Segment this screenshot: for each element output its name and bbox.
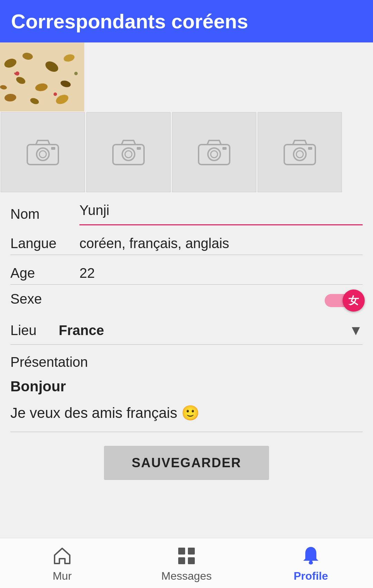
presentation-label: Présentation: [10, 354, 88, 370]
svg-rect-32: [308, 147, 312, 150]
svg-text:♥: ♥: [14, 71, 17, 76]
langue-label: Langue: [10, 236, 79, 255]
svg-point-31: [296, 151, 303, 158]
grid-icon: [175, 544, 198, 568]
form-row-lieu: Lieu France ▼: [10, 316, 363, 345]
nom-label: Nom: [10, 206, 79, 225]
svg-point-18: [37, 148, 49, 160]
form-row-age: Age 22: [10, 255, 363, 285]
main-photo[interactable]: ♥ ♥: [0, 42, 84, 111]
nav-item-messages[interactable]: Messages: [124, 538, 249, 588]
camera-icon-2: [111, 138, 146, 167]
svg-rect-24: [137, 147, 141, 150]
food-image: ♥ ♥: [0, 42, 84, 111]
svg-rect-36: [188, 557, 195, 564]
svg-point-19: [39, 151, 46, 158]
nom-input[interactable]: [79, 203, 363, 222]
svg-rect-28: [222, 147, 227, 150]
presentation-section: Présentation Bonjour Je veux des amis fr…: [0, 348, 373, 432]
photo-top-row: ♥ ♥: [0, 42, 373, 111]
svg-rect-34: [188, 548, 195, 555]
dropdown-arrow-icon[interactable]: ▼: [349, 323, 363, 338]
toggle-thumb[interactable]: 女: [343, 290, 365, 312]
photo-thumbs-row: [0, 111, 373, 193]
photo-thumb-4[interactable]: [258, 112, 342, 192]
photo-section: ♥ ♥: [0, 42, 373, 193]
nav-item-mur[interactable]: Mur: [0, 538, 124, 588]
lieu-label: Lieu: [10, 323, 48, 338]
svg-rect-0: [0, 42, 84, 111]
svg-rect-35: [178, 557, 185, 564]
nav-label-messages: Messages: [161, 570, 212, 582]
presentation-line2: Je veux des amis français 🙂: [10, 398, 363, 432]
svg-text:♥: ♥: [54, 91, 56, 97]
svg-point-26: [208, 148, 220, 160]
presentation-line1: Bonjour: [10, 370, 363, 398]
sexe-label: Sexe: [10, 291, 79, 310]
sexe-toggle[interactable]: 女: [325, 291, 363, 310]
home-icon: [50, 544, 74, 568]
lieu-value: France: [59, 323, 349, 338]
svg-point-22: [122, 148, 135, 160]
app-header: Correspondants coréens: [0, 0, 373, 42]
nav-label-profile: Profile: [294, 570, 328, 582]
nav-item-profile[interactable]: Profile: [249, 538, 373, 588]
svg-point-27: [211, 151, 218, 158]
svg-rect-20: [51, 147, 55, 150]
svg-point-23: [125, 151, 132, 158]
form-row-langue: Langue coréen, français, anglais: [10, 225, 363, 255]
photo-thumb-2[interactable]: [86, 112, 171, 192]
save-container: SAUVEGARDER: [0, 432, 373, 497]
bottom-nav: Mur Messages Profile: [0, 538, 373, 588]
langue-value: coréen, français, anglais: [79, 236, 363, 255]
age-label: Age: [10, 265, 79, 284]
nav-label-mur: Mur: [52, 570, 71, 582]
photo-thumb-3[interactable]: [172, 112, 256, 192]
svg-rect-38: [309, 561, 312, 564]
svg-point-15: [74, 72, 78, 75]
app-title: Correspondants coréens: [11, 10, 248, 33]
svg-rect-33: [178, 548, 185, 555]
save-button[interactable]: SAUVEGARDER: [104, 446, 269, 480]
bell-icon: [299, 544, 323, 568]
form-row-sexe: Sexe 女: [10, 285, 363, 316]
form-section: Nom Langue coréen, français, anglais Age…: [0, 193, 373, 348]
camera-icon-1: [26, 138, 60, 167]
svg-point-30: [294, 148, 306, 160]
photo-thumb-1[interactable]: [1, 112, 85, 192]
age-value: 22: [79, 265, 363, 284]
camera-icon-3: [197, 138, 231, 167]
form-row-nom: Nom: [10, 196, 363, 225]
camera-icon-4: [283, 138, 317, 167]
